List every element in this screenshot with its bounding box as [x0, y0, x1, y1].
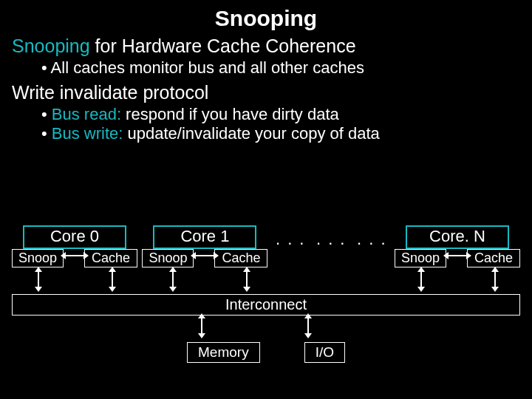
section-1-heading: Snooping for Hardware Cache Coherence — [12, 35, 520, 57]
architecture-diagram: Core 0 Snoop Cache Core 1 Snoop Cache . … — [12, 225, 520, 363]
section-2-bullets: Bus read: respond if you have dirty data… — [12, 105, 520, 143]
ellipsis: . . . — [313, 225, 349, 249]
memory-io-row: Memory I/O — [12, 342, 520, 363]
core-block-n: Core. N Snoop Cache — [395, 225, 520, 267]
ellipsis: . . . — [273, 225, 309, 249]
double-arrow-icon — [448, 255, 467, 256]
core-n-cache: Cache — [467, 249, 520, 267]
double-arrow-icon — [307, 318, 309, 334]
io-box: I/O — [304, 342, 345, 363]
section-1-bullets: All caches monitor bus and all other cac… — [12, 58, 520, 78]
core-block-0: Core 0 Snoop Cache — [12, 225, 137, 267]
core-1-cache: Cache — [214, 249, 267, 267]
double-arrow-icon — [195, 255, 214, 256]
bullet-item: Bus write: update/invalidate your copy o… — [41, 124, 520, 143]
ellipsis: . . . — [354, 225, 390, 249]
term: Bus read: — [52, 105, 121, 123]
core-n-snoop: Snoop — [395, 249, 446, 267]
section-2-rest: Write invalidate protocol — [12, 82, 208, 103]
core-block-1: Core 1 Snoop Cache — [142, 225, 267, 267]
core-0-label: Core 0 — [23, 225, 126, 249]
core-1-snoop: Snoop — [142, 249, 194, 267]
bullet-item: All caches monitor bus and all other cac… — [41, 58, 520, 78]
slide-title: Snooping — [12, 6, 520, 31]
memory-box: Memory — [187, 342, 260, 363]
core-n-label: Core. N — [406, 225, 509, 249]
double-arrow-icon — [112, 271, 113, 287]
double-arrow-icon — [201, 318, 202, 334]
bullet-rest: respond if you have dirty data — [121, 105, 339, 123]
interconnect-box: Interconnect — [12, 294, 520, 316]
double-arrow-icon — [172, 271, 174, 287]
double-arrow-icon — [246, 271, 248, 287]
double-arrow-icon — [494, 271, 496, 287]
core-0-snoop: Snoop — [12, 249, 64, 267]
double-arrow-icon — [420, 271, 422, 287]
bullet-item: Bus read: respond if you have dirty data — [41, 105, 520, 124]
bullet-rest: update/invalidate your copy of data — [123, 124, 379, 143]
core-1-label: Core 1 — [153, 225, 256, 249]
section-1-rest: for Hardware Cache Coherence — [90, 35, 356, 56]
double-arrow-icon — [65, 255, 84, 256]
double-arrow-icon — [38, 271, 39, 287]
term: Bus write: — [52, 124, 123, 143]
core-0-cache: Cache — [84, 249, 137, 267]
section-2-heading: Write invalidate protocol — [12, 82, 520, 103]
section-1-highlight: Snooping — [12, 35, 90, 56]
cores-row: Core 0 Snoop Cache Core 1 Snoop Cache . … — [12, 225, 520, 267]
